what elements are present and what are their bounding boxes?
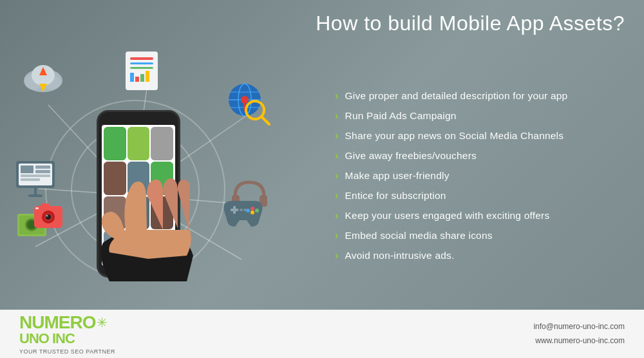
svg-rect-54	[233, 206, 236, 214]
svg-rect-26	[21, 174, 50, 177]
list-item-text: Avoid non-intrusive ads.	[345, 250, 455, 261]
svg-rect-27	[21, 178, 40, 181]
svg-point-56	[255, 209, 259, 212]
svg-point-55	[251, 207, 254, 211]
bullet-arrow-icon: ›	[335, 150, 339, 162]
contact-info: info@numero-uno-inc.com www.numero-uno-i…	[533, 320, 625, 348]
header: How to build Mobile App Assets?	[0, 0, 644, 42]
cloud-icon	[19, 61, 68, 99]
logo-name1: NUMERO	[19, 314, 95, 332]
svg-rect-60	[243, 209, 247, 211]
svg-rect-40	[35, 207, 39, 209]
list-item: ›Embed social media share icons	[335, 226, 625, 246]
svg-rect-20	[146, 71, 149, 82]
bullet-arrow-icon: ›	[335, 250, 339, 261]
list-item: ›Keep your users engaged with exciting o…	[335, 206, 625, 226]
svg-rect-17	[130, 73, 134, 82]
svg-point-57	[251, 211, 254, 214]
svg-rect-25	[35, 170, 50, 173]
bullet-arrow-icon: ›	[335, 170, 339, 182]
svg-point-39	[46, 215, 48, 217]
page-container: How to build Mobile App Assets?	[0, 0, 644, 358]
bullet-arrow-icon: ›	[335, 210, 339, 221]
document-icon	[122, 48, 161, 96]
logo-text: NUMERO ✳	[19, 314, 108, 332]
logo-name2: UNO INC	[19, 332, 75, 346]
svg-rect-16	[130, 67, 153, 69]
list-item-text: Share your app news on Social Media Chan…	[345, 130, 564, 142]
main-content: ♪♫	[0, 42, 644, 310]
svg-rect-18	[135, 77, 139, 82]
list-item-text: Run Paid Ads Campaign	[345, 110, 457, 122]
svg-rect-29	[28, 194, 43, 197]
list-item: ›Make app user-friendly	[335, 166, 625, 186]
svg-line-49	[261, 117, 269, 124]
svg-rect-28	[34, 188, 37, 194]
svg-point-58	[246, 209, 250, 212]
list-item: ›Give proper and detailed description fo…	[335, 86, 625, 106]
monitor-icon	[13, 158, 64, 202]
bullet-arrow-icon: ›	[335, 90, 339, 102]
list-item-text: Give proper and detailed description for…	[345, 90, 568, 102]
list-item: ›Give away freebies/vouchers	[335, 146, 625, 166]
list-item-text: Keep your users engaged with exciting of…	[345, 210, 550, 221]
list-item: ›Avoid non-intrusive ads.	[335, 246, 625, 266]
svg-rect-24	[35, 165, 50, 169]
logo-tagline: Your Trusted SEO Partner	[19, 348, 115, 355]
logo-star-icon: ✳	[97, 315, 108, 330]
list-item: ›Entice for subscription	[335, 186, 625, 206]
bullet-arrow-icon: ›	[335, 190, 339, 202]
footer: NUMERO ✳ UNO INC Your Trusted SEO Partne…	[0, 310, 644, 358]
gamepad-icon	[219, 194, 267, 232]
list-item-text: Give away freebies/vouchers	[345, 150, 477, 162]
bullet-arrow-icon: ›	[335, 130, 339, 142]
svg-rect-23	[21, 165, 33, 173]
list-item: ›Run Paid Ads Campaign	[335, 106, 625, 126]
logo-area: NUMERO ✳ UNO INC Your Trusted SEO Partne…	[19, 314, 115, 355]
contact-website: www.numero-uno-inc.com	[533, 334, 625, 348]
list-item-text: Entice for subscription	[345, 190, 446, 202]
svg-point-46	[241, 96, 249, 104]
globe-magnifier-icon	[225, 80, 270, 131]
list-item-text: Make app user-friendly	[345, 170, 450, 182]
camera-icon	[16, 201, 64, 245]
logo-uno: UNO INC	[19, 332, 75, 346]
svg-rect-14	[130, 57, 153, 60]
svg-rect-59	[240, 209, 243, 211]
list-item-text: Embed social media share icons	[345, 230, 493, 241]
bullet-arrow-icon: ›	[335, 110, 339, 122]
illustration-area: ♪♫	[0, 42, 322, 310]
svg-rect-19	[140, 74, 144, 82]
contact-email: info@numero-uno-inc.com	[533, 320, 625, 334]
svg-rect-35	[41, 203, 50, 209]
bullet-section: ›Give proper and detailed description fo…	[322, 42, 644, 310]
svg-rect-15	[130, 62, 153, 64]
tips-list: ›Give proper and detailed description fo…	[335, 86, 625, 266]
bullet-arrow-icon: ›	[335, 230, 339, 241]
page-title: How to build Mobile App Assets?	[0, 12, 625, 35]
list-item: ›Share your app news on Social Media Cha…	[335, 126, 625, 146]
